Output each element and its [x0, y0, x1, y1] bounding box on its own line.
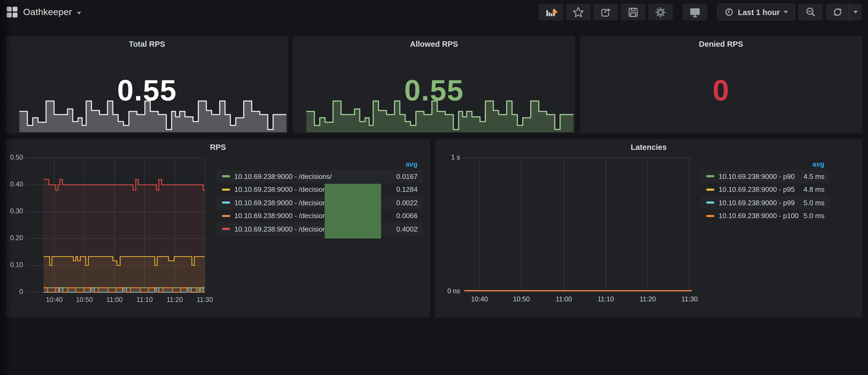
- series-color-swatch-icon[interactable]: [222, 176, 230, 178]
- legend-row: 10.10.69.238:9000 - /decisions/0.1284: [217, 183, 423, 196]
- series-avg-value: 0.0022: [392, 199, 417, 207]
- legend-row: 10.10.69.238:9000 - /decisions/0.0022: [217, 196, 423, 209]
- stat-value: 0.55: [293, 75, 575, 106]
- dashboard-title[interactable]: Oathkeeper: [23, 7, 72, 18]
- y-axis-tick: 0 ns: [436, 287, 460, 295]
- legend-row: 10.10.69.238:9000 - p904.5 ms: [701, 170, 829, 183]
- cycle-view-button[interactable]: [683, 4, 707, 21]
- panel-rps: RPS 0.500.400.300.200.10010:4010:5011:00…: [6, 139, 430, 317]
- legend-avg-header: avg: [701, 158, 829, 170]
- y-axis-tick: 0.20: [2, 234, 23, 242]
- x-axis-tick: 10:50: [508, 295, 535, 303]
- series-avg-value: 0.0167: [392, 173, 417, 181]
- series-avg-value: 4.5 ms: [799, 173, 825, 181]
- time-range-picker[interactable]: Last 1 hour: [717, 4, 795, 21]
- series-label[interactable]: 10.10.69.238:9000 - p100: [719, 212, 799, 220]
- stat-value: 0: [580, 75, 862, 106]
- y-axis-tick: 0.40: [2, 181, 23, 188]
- series-label[interactable]: 10.10.69.238:9000 - p99: [719, 199, 795, 207]
- series-label[interactable]: 10.10.69.238:9000 - p95: [719, 186, 795, 194]
- time-range-label: Last 1 hour: [738, 8, 780, 17]
- x-axis-tick: 10:50: [71, 296, 98, 304]
- star-button[interactable]: [566, 4, 591, 21]
- series-avg-value: 5.0 ms: [799, 199, 825, 207]
- dashboard-dropdown-caret-icon[interactable]: [77, 11, 81, 14]
- x-axis-tick: 10:40: [466, 295, 493, 303]
- refresh-caret-icon: [854, 11, 858, 13]
- series-color-swatch-icon[interactable]: [222, 228, 230, 230]
- panel-latencies: Latencies 1 s0 ns10:4010:5011:0011:1011:…: [435, 139, 862, 317]
- x-axis-tick: 10:40: [41, 296, 68, 304]
- legend-row: 10.10.69.238:9000 - /decisions/0.0066: [217, 209, 423, 222]
- navbar: Oathkeeper: [0, 0, 868, 24]
- series-color-swatch-icon[interactable]: [706, 215, 714, 217]
- series-avg-value: 5.0 ms: [799, 212, 825, 220]
- x-axis-tick: 11:30: [676, 295, 703, 303]
- y-axis-tick: 0: [2, 288, 23, 295]
- refresh-button[interactable]: [826, 4, 862, 21]
- zoom-out-icon: [804, 6, 817, 18]
- latencies-legend: avg10.10.69.238:9000 - p904.5 ms10.10.69…: [701, 158, 829, 222]
- series-avg-value: 4.8 ms: [799, 186, 825, 194]
- panel-title[interactable]: RPS: [6, 143, 430, 152]
- legend-row: 10.10.69.238:9000 - /decisions/0.0167: [217, 170, 423, 183]
- add-panel-icon: [545, 6, 557, 19]
- series-label[interactable]: 10.10.69.238:9000 - /decisions/: [234, 173, 332, 181]
- x-axis-tick: 11:30: [191, 296, 218, 304]
- legend-row: 10.10.69.238:9000 - p995.0 ms: [701, 196, 829, 209]
- legend-row: 10.10.69.238:9000 - p1005.0 ms: [701, 209, 829, 222]
- legend-avg-header: avg: [217, 158, 423, 170]
- x-axis-tick: 11:10: [592, 295, 619, 303]
- legend-row: 10.10.69.238:9000 - p954.8 ms: [701, 183, 829, 196]
- x-axis-tick: 11:10: [131, 296, 158, 304]
- x-axis-tick: 11:20: [161, 296, 188, 304]
- y-axis-tick: 0.10: [2, 261, 23, 269]
- series-label[interactable]: 10.10.69.238:9000 - p90: [719, 173, 795, 181]
- gear-icon: [654, 6, 667, 19]
- series-color-swatch-icon[interactable]: [222, 215, 230, 217]
- settings-button[interactable]: [648, 4, 673, 21]
- series-label[interactable]: 10.10.69.238:9000 - /decisions/: [234, 212, 332, 220]
- series-color-swatch-icon[interactable]: [222, 202, 230, 204]
- share-button[interactable]: [593, 4, 618, 21]
- x-axis-tick: 11:20: [634, 295, 661, 303]
- series-color-swatch-icon[interactable]: [706, 202, 714, 204]
- series-color-swatch-icon[interactable]: [706, 189, 714, 191]
- panel-title[interactable]: Denied RPS: [580, 40, 862, 49]
- series-label[interactable]: 10.10.69.238:9000 - /decisions/: [234, 199, 332, 207]
- legend-overlay-artifact: [324, 184, 381, 239]
- panel-title[interactable]: Allowed RPS: [293, 40, 575, 49]
- x-axis-tick: 11:00: [550, 295, 577, 303]
- time-range-caret-icon: [784, 11, 788, 13]
- monitor-icon: [688, 6, 702, 19]
- refresh-interval-dropdown[interactable]: [849, 4, 862, 21]
- series-color-swatch-icon[interactable]: [706, 176, 714, 178]
- legend-row: 10.10.69.238:9000 - /decisions/0.4002: [217, 222, 423, 236]
- save-icon: [627, 6, 640, 19]
- clock-icon: [724, 7, 734, 17]
- panel-total-rps: Total RPS 0.55: [6, 36, 288, 133]
- y-axis-tick: 1 s: [436, 154, 460, 161]
- stat-value: 0.55: [6, 75, 288, 106]
- panel-title[interactable]: Total RPS: [6, 40, 288, 49]
- panel-denied-rps: Denied RPS 0: [580, 36, 862, 133]
- series-avg-value: 0.4002: [392, 225, 417, 233]
- rps-legend: avg10.10.69.238:9000 - /decisions/0.0167…: [217, 158, 423, 236]
- refresh-icon: [826, 4, 849, 21]
- grafana-dashboard-logo-icon[interactable]: [6, 6, 18, 18]
- series-avg-value: 0.1284: [392, 186, 417, 194]
- series-label[interactable]: 10.10.69.238:9000 - /decisions/: [234, 186, 332, 194]
- y-axis-tick: 0.50: [2, 154, 23, 161]
- x-axis-tick: 11:00: [101, 296, 128, 304]
- y-axis-tick: 0.30: [2, 207, 23, 215]
- share-icon: [599, 6, 612, 19]
- zoom-out-button[interactable]: [798, 4, 823, 21]
- series-avg-value: 0.0066: [392, 212, 417, 220]
- series-color-swatch-icon[interactable]: [222, 189, 230, 191]
- add-panel-button[interactable]: [538, 4, 563, 21]
- panel-title[interactable]: Latencies: [435, 143, 862, 152]
- star-icon: [572, 6, 585, 19]
- panel-allowed-rps: Allowed RPS 0.55: [293, 36, 575, 133]
- save-button[interactable]: [621, 4, 646, 21]
- series-label[interactable]: 10.10.69.238:9000 - /decisions/: [234, 225, 332, 233]
